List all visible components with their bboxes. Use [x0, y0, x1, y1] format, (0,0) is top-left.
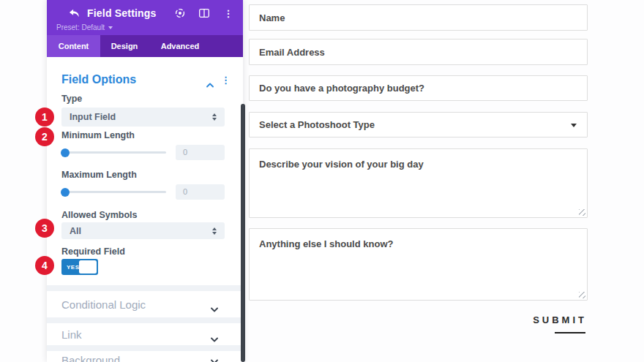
- section-title: Link: [61, 328, 211, 341]
- settings-tab-bar: Content Design Advanced: [47, 35, 243, 57]
- columns-panel-icon[interactable]: [198, 7, 210, 19]
- annotation-marker-4: 4: [35, 256, 54, 275]
- tab-design[interactable]: Design: [100, 35, 149, 57]
- header-kebab-menu-icon[interactable]: ⋮: [222, 7, 234, 19]
- min-length-label: Minimum Length: [61, 130, 225, 140]
- field-settings-panel: Field Settings ⋮ Preset: Defau: [47, 0, 243, 362]
- section-divider: [47, 345, 243, 351]
- vision-textarea[interactable]: Describe your vision of your big day: [249, 148, 588, 218]
- allowed-symbols-select[interactable]: All: [61, 222, 225, 239]
- photoshoot-type-select-value: Select a Photoshoot Type: [259, 119, 375, 130]
- toggle-knob[interactable]: [79, 260, 97, 274]
- panel-scrollbar-thumb[interactable]: [241, 104, 245, 362]
- textarea-resize-handle-icon[interactable]: [579, 292, 585, 298]
- budget-field[interactable]: Do you have a photography budget?: [249, 75, 588, 101]
- annotation-marker-1: 1: [35, 108, 54, 127]
- textarea-resize-handle-icon[interactable]: [579, 209, 585, 216]
- section-title: Background: [61, 354, 211, 362]
- panel-title: Field Settings: [87, 7, 157, 19]
- submit-button[interactable]: SUBMIT: [533, 313, 587, 333]
- toggle-yes-label: YES: [67, 264, 80, 271]
- max-length-label: Maximum Length: [61, 170, 225, 180]
- field-options-kebab-icon[interactable]: ⋮: [221, 75, 231, 85]
- back-icon[interactable]: [69, 8, 82, 18]
- required-field-toggle[interactable]: YES: [61, 259, 98, 275]
- chevron-up-icon[interactable]: [206, 78, 214, 83]
- submit-underline: [555, 332, 585, 333]
- vision-textarea-placeholder: Describe your vision of your big day: [259, 159, 424, 170]
- focus-target-icon[interactable]: [174, 7, 186, 19]
- type-select[interactable]: Input Field: [61, 108, 225, 127]
- section-conditional-logic[interactable]: Conditional Logic: [47, 291, 243, 317]
- field-options-title: Field Options: [61, 73, 206, 86]
- chevron-down-icon: [211, 332, 218, 337]
- anything-else-textarea[interactable]: Anything else I should know?: [249, 228, 588, 301]
- annotation-marker-2: 2: [35, 127, 54, 146]
- section-divider: [47, 317, 243, 323]
- min-length-control: 0: [61, 145, 225, 160]
- max-length-slider-handle[interactable]: [61, 188, 70, 197]
- preset-label: Preset: Default: [56, 23, 105, 31]
- min-length-value-input[interactable]: 0: [176, 145, 225, 160]
- stepper-icon: [212, 227, 217, 235]
- select-dropdown-arrow-icon: [571, 124, 577, 127]
- name-field-placeholder: Name: [259, 12, 285, 23]
- chevron-down-icon: [211, 302, 218, 307]
- contact-form-preview: Name Email Address Do you have a photogr…: [249, 0, 588, 362]
- section-title: Conditional Logic: [61, 298, 211, 311]
- type-select-value: Input Field: [70, 112, 116, 122]
- min-length-slider-track[interactable]: [61, 151, 166, 154]
- preset-caret-icon: [108, 26, 113, 29]
- section-divider: [47, 285, 243, 291]
- required-field-label: Required Field: [61, 246, 225, 257]
- photoshoot-type-select[interactable]: Select a Photoshoot Type: [249, 112, 588, 137]
- allowed-symbols-label: Allowed Symbols: [61, 210, 225, 220]
- section-background[interactable]: Background: [47, 351, 243, 362]
- section-link[interactable]: Link: [47, 323, 243, 345]
- submit-button-label: SUBMIT: [533, 314, 587, 325]
- max-length-value-input[interactable]: 0: [176, 184, 225, 200]
- chevron-down-icon: [211, 354, 218, 359]
- annotation-marker-3: 3: [35, 219, 54, 238]
- budget-field-placeholder: Do you have a photography budget?: [259, 83, 424, 94]
- panel-header: Field Settings ⋮ Preset: Defau: [47, 0, 243, 35]
- max-length-slider-track[interactable]: [61, 191, 166, 193]
- name-field[interactable]: Name: [249, 4, 588, 31]
- tab-content[interactable]: Content: [47, 35, 100, 57]
- anything-else-textarea-placeholder: Anything else I should know?: [259, 238, 393, 249]
- field-options-section: Field Options ⋮ Type Input Field Minimum…: [47, 57, 243, 285]
- preset-selector[interactable]: Preset: Default: [47, 21, 113, 31]
- email-field-placeholder: Email Address: [259, 47, 325, 58]
- stepper-icon: [212, 113, 217, 121]
- email-field[interactable]: Email Address: [249, 39, 588, 65]
- allowed-symbols-select-value: All: [70, 226, 81, 236]
- max-length-control: 0: [61, 184, 225, 200]
- type-label: Type: [61, 94, 225, 104]
- tab-advanced[interactable]: Advanced: [149, 35, 211, 57]
- min-length-slider-handle[interactable]: [61, 148, 70, 157]
